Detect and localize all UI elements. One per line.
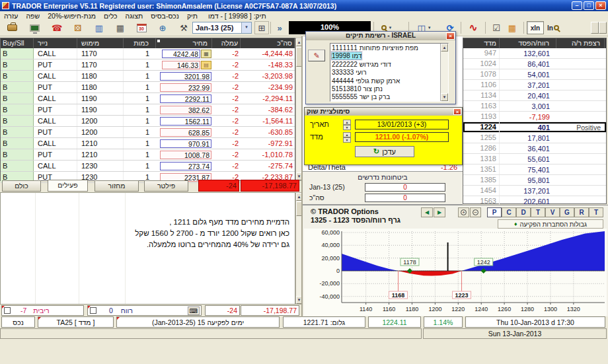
pl-row[interactable]: 102486,401 <box>463 59 606 69</box>
position-row[interactable]: BCALL119012292.11-2-2,294.11 <box>1 93 295 104</box>
date-stepper[interactable]: ▲ ▼ <box>343 120 351 129</box>
price-input[interactable]: 382.62 <box>160 106 211 114</box>
position-row[interactable]: BPUT121011008.78-2-1,010.78 <box>1 149 295 161</box>
toolbar-extra-button-2[interactable] <box>599 22 607 34</box>
portfolio-button[interactable] <box>4 21 20 34</box>
chart-view-button-g-5[interactable]: G <box>560 207 574 217</box>
close-icon[interactable]: × <box>446 32 455 40</box>
price-input[interactable]: 4242.48 <box>162 50 200 58</box>
pl-row[interactable]: 128636,401 <box>463 143 606 154</box>
index-field[interactable]: 1211.00 (-1.07%) <box>355 132 449 142</box>
calc-edit-button[interactable]: ⌨ <box>188 307 200 315</box>
chart-button[interactable]: ∿ <box>465 21 482 34</box>
portfolio-item[interactable]: 2222222 דודי מגידוש <box>330 61 440 69</box>
chart-view-button-p-0[interactable]: P <box>487 207 502 217</box>
expiry-select[interactable]: Jan-13 (25) ▼ <box>192 22 252 34</box>
pl-row[interactable]: 11633,001 <box>463 101 606 112</box>
scroll-up-icon[interactable]: ▲ <box>441 44 448 52</box>
column-header[interactable]: נייר <box>34 38 77 48</box>
maximize-button[interactable]: □ <box>584 1 594 10</box>
price-input[interactable]: 3201.98 <box>160 72 211 81</box>
monitor-button[interactable] <box>26 21 42 34</box>
column-header[interactable]: מחיר <box>156 38 212 48</box>
menu-item[interactable]: מנת-חיפוש-20% <box>44 12 100 20</box>
menu-item[interactable]: כלים <box>100 12 122 20</box>
interest-checkbox[interactable] <box>4 307 11 314</box>
grid-button[interactable]: ⊞ <box>254 21 269 34</box>
column-header[interactable]: מדד <box>463 38 500 48</box>
portfolio-item[interactable]: 5555555 ברק בן ישר <box>330 93 440 101</box>
check-edit-button[interactable]: ☑ <box>489 21 504 34</box>
date-field[interactable]: 13/01/2013 (+3) <box>355 120 449 129</box>
chevron-down-icon[interactable]: ▼ <box>241 22 251 33</box>
pl-row[interactable]: 947132,601 <box>463 48 606 59</box>
scroll-down-icon[interactable]: ▼ <box>441 93 448 101</box>
column-header[interactable]: עמלה <box>212 38 241 48</box>
update-button[interactable]: ↻ עדכן <box>355 146 414 157</box>
price-input[interactable]: 1562.11 <box>160 117 211 126</box>
position-row[interactable]: BCALL118013201.98-2-3,203.98 <box>1 71 295 82</box>
position-row[interactable]: BPUT11701146.33▤-2-148.33 <box>1 59 295 71</box>
chevron-down-icon[interactable]: ▼ <box>389 26 393 30</box>
portfolio-item[interactable]: 19998 דמו <box>330 52 440 60</box>
chart-view-button-d-2[interactable]: D <box>516 207 531 217</box>
toolbar-extra-button-1[interactable] <box>591 22 599 34</box>
column-header[interactable]: מימוש <box>77 38 124 48</box>
chart-view-button-c-1[interactable]: C <box>502 207 516 217</box>
menu-item[interactable]: תיק <box>183 12 202 20</box>
price-input[interactable]: 970.91 <box>160 139 211 148</box>
filter-tab-1[interactable]: כולם <box>2 180 41 192</box>
portfolio-item[interactable]: 333333 רועי <box>330 69 440 77</box>
chart-next-button[interactable]: ▶ <box>434 207 445 217</box>
close-button[interactable]: × <box>595 1 606 10</box>
column-header[interactable]: סה"כ <box>241 38 295 48</box>
filter-tab-3[interactable]: מחזור <box>95 180 139 192</box>
column-header[interactable]: רצפת ר/ה <box>556 38 605 48</box>
position-row[interactable]: BCALL12301273.74-2-275.74 <box>1 161 295 172</box>
close-icon[interactable]: × <box>453 108 461 115</box>
globe-button[interactable]: ⊕ <box>155 21 171 34</box>
pl-row[interactable]: 135175,401 <box>463 164 606 175</box>
price-input[interactable]: 232.99 <box>160 83 211 92</box>
chart-view-button-t-3[interactable]: T <box>531 207 545 217</box>
pl-row[interactable]: 107854,001 <box>463 69 606 80</box>
chart-view-button-v-4[interactable]: V <box>545 207 560 217</box>
phone-button[interactable]: ☎ <box>49 21 65 34</box>
position-row[interactable]: BPUT12001628.85-2-630.85 <box>1 127 295 138</box>
calendar-button[interactable]: 30 <box>133 21 149 34</box>
portfolio-list-scrollbar[interactable]: ▲ ▼ <box>440 44 448 101</box>
column-header[interactable]: רווח/הפסד <box>500 38 556 48</box>
spinner-down-icon[interactable]: ▼ <box>343 125 351 130</box>
chart-zoom-out-button[interactable]: − <box>470 207 481 217</box>
price-input[interactable]: 628.85 <box>160 128 211 137</box>
fast-forward-button[interactable]: » <box>272 21 287 34</box>
pl-row[interactable]: 1224401Positive <box>463 122 606 133</box>
cards-button[interactable]: ▥ <box>91 21 107 34</box>
folder-icon[interactable]: ▤ <box>201 61 211 69</box>
simulation-dialog-titlebar[interactable]: סימולציית שוק × <box>305 108 462 116</box>
position-row[interactable]: BCALL117014242.48▦-2-4,244.48 <box>1 48 295 59</box>
chevron-down-icon[interactable]: ▼ <box>428 26 432 30</box>
pl-row[interactable]: 125517,801 <box>463 133 606 143</box>
column-header[interactable]: Buy/Sll <box>1 38 34 48</box>
index-stepper[interactable]: ▲ ▼ <box>343 132 351 142</box>
menu-item[interactable]: עזרה <box>0 12 22 20</box>
price-input[interactable]: 273.74 <box>160 162 211 170</box>
minimize-button[interactable]: – <box>572 1 582 10</box>
position-row[interactable]: BCALL12101970.91-2-972.91 <box>1 138 295 149</box>
xln-toggle-button[interactable]: xln <box>527 21 544 34</box>
pl-row[interactable]: 1454137,201 <box>463 186 606 196</box>
price-input[interactable]: 2292.11 <box>160 94 211 103</box>
profit-checkbox[interactable] <box>90 307 96 314</box>
menu-item[interactable]: שפה <box>22 12 44 20</box>
chart-view-button-t-7[interactable]: T <box>589 207 603 217</box>
calendar2-button[interactable]: ▦ <box>505 21 519 34</box>
menu-item[interactable]: נכס-בסיס <box>147 12 183 20</box>
pl-row[interactable]: 131855,601 <box>463 154 606 164</box>
chart-prev-button[interactable]: ◀ <box>421 207 433 217</box>
positions-button[interactable]: ⚄ <box>70 21 86 34</box>
calculator-icon[interactable]: ▦ <box>201 50 211 58</box>
pl-row[interactable]: 110637,201 <box>463 80 606 91</box>
chart-zoom-in-button[interactable]: + <box>458 207 469 217</box>
pl-row[interactable]: 138595,801 <box>463 175 606 186</box>
